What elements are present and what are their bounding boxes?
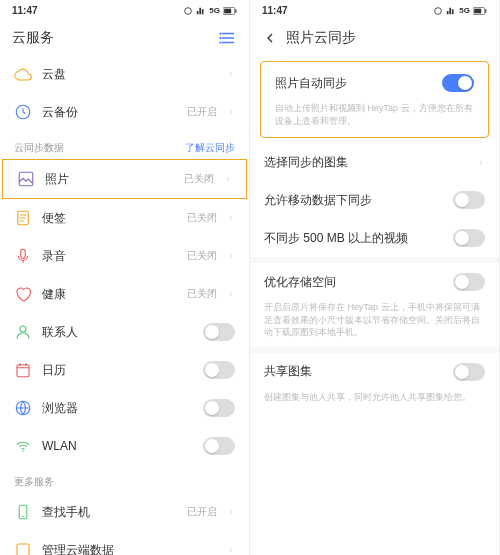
row-label: 云备份 — [42, 104, 177, 121]
row-label: 照片自动同步 — [275, 75, 432, 92]
backup-icon — [14, 103, 32, 121]
contacts-icon — [14, 323, 32, 341]
status-bar: 11:47 5G — [250, 0, 499, 21]
find-phone-icon — [14, 503, 32, 521]
svg-rect-17 — [17, 544, 29, 555]
row-label: 浏览器 — [42, 400, 193, 417]
row-photos[interactable]: 照片 已关闭 — [2, 159, 247, 199]
chevron-right-icon — [227, 252, 235, 260]
row-browser[interactable]: 浏览器 — [0, 389, 249, 427]
svg-point-18 — [435, 7, 442, 14]
chevron-right-icon — [224, 175, 232, 183]
row-auto-sync[interactable]: 照片自动同步 — [261, 64, 488, 102]
svg-point-16 — [22, 516, 24, 518]
row-label: 联系人 — [42, 324, 193, 341]
row-mobile-data[interactable]: 允许移动数据下同步 — [250, 181, 499, 219]
row-label: 录音 — [42, 248, 177, 265]
chevron-right-icon — [227, 508, 235, 516]
row-wlan[interactable]: WLAN — [0, 427, 249, 465]
heart-icon — [14, 285, 32, 303]
page-title: 云服务 — [12, 29, 211, 47]
row-select-albums[interactable]: 选择同步的图集 — [250, 144, 499, 181]
row-label: 管理云端数据 — [42, 542, 217, 556]
svg-rect-12 — [17, 365, 29, 377]
row-status: 已关闭 — [184, 172, 214, 186]
calendar-icon — [14, 361, 32, 379]
row-optimize[interactable]: 优化存储空间 — [250, 263, 499, 301]
toggle-skip-large[interactable] — [453, 229, 485, 247]
svg-point-14 — [22, 451, 24, 453]
photo-icon — [17, 170, 35, 188]
optimize-desc: 开启后原片将保存在 HeyTap 云上，手机中将保留可满足查看效果的小尺寸版本以… — [250, 301, 499, 347]
toggle-wlan[interactable] — [203, 437, 235, 455]
row-label: 不同步 500 MB 以上的视频 — [264, 230, 443, 247]
svg-rect-3 — [235, 9, 236, 13]
status-time: 11:47 — [262, 5, 288, 16]
toggle-browser[interactable] — [203, 399, 235, 417]
row-label: 共享图集 — [264, 363, 443, 380]
toggle-calendar[interactable] — [203, 361, 235, 379]
row-label: 允许移动数据下同步 — [264, 192, 443, 209]
row-contacts[interactable]: 联系人 — [0, 313, 249, 351]
row-label: 便签 — [42, 210, 177, 227]
toggle-optimize[interactable] — [453, 273, 485, 291]
back-icon[interactable] — [262, 30, 278, 46]
section-title: 更多服务 — [14, 475, 54, 489]
svg-point-11 — [20, 326, 26, 332]
toggle-mobile-data[interactable] — [453, 191, 485, 209]
row-status: 已开启 — [187, 505, 217, 519]
chevron-right-icon — [227, 546, 235, 554]
auto-sync-desc: 自动上传照片和视频到 HeyTap 云，方便您在所有设备上查看和管理。 — [261, 102, 488, 135]
chevron-right-icon — [227, 108, 235, 116]
share-desc: 创建图集与他人共享，同时允许他人共享图集给您。 — [250, 391, 499, 412]
chevron-right-icon — [227, 214, 235, 222]
row-label: 云盘 — [42, 66, 217, 83]
row-manage-cloud[interactable]: 管理云端数据 — [0, 531, 249, 555]
svg-point-4 — [219, 32, 221, 34]
svg-rect-10 — [21, 249, 26, 258]
row-cloud-backup[interactable]: 云备份 已开启 — [0, 93, 249, 131]
row-recordings[interactable]: 录音 已关闭 — [0, 237, 249, 275]
toggle-share[interactable] — [453, 363, 485, 381]
row-find-phone[interactable]: 查找手机 已开启 — [0, 493, 249, 531]
notes-icon — [14, 209, 32, 227]
row-cloud-disk[interactable]: 云盘 — [0, 55, 249, 93]
browser-icon — [14, 399, 32, 417]
row-calendar[interactable]: 日历 — [0, 351, 249, 389]
mic-icon — [14, 247, 32, 265]
row-skip-large[interactable]: 不同步 500 MB 以上的视频 — [250, 219, 499, 257]
toggle-auto-sync[interactable] — [442, 74, 474, 92]
svg-rect-21 — [485, 9, 486, 13]
row-share[interactable]: 共享图集 — [250, 353, 499, 391]
header: 照片云同步 — [250, 21, 499, 55]
row-label: 照片 — [45, 171, 174, 188]
list-icon[interactable] — [219, 29, 237, 47]
row-status: 已开启 — [187, 105, 217, 119]
row-label: 日历 — [42, 362, 193, 379]
svg-point-5 — [219, 37, 221, 39]
svg-rect-8 — [19, 172, 33, 186]
wifi-icon — [14, 437, 32, 455]
row-health[interactable]: 健康 已关闭 — [0, 275, 249, 313]
svg-rect-2 — [224, 8, 231, 13]
row-notes[interactable]: 便签 已关闭 — [0, 199, 249, 237]
svg-point-0 — [185, 7, 192, 14]
page-title: 照片云同步 — [286, 29, 487, 47]
svg-point-6 — [219, 41, 221, 43]
status-bar: 11:47 5G — [0, 0, 249, 21]
row-label: 查找手机 — [42, 504, 177, 521]
status-icons: 5G — [183, 6, 237, 16]
row-status: 已关闭 — [187, 249, 217, 263]
row-label: 优化存储空间 — [264, 274, 443, 291]
row-label: WLAN — [42, 439, 193, 453]
auto-sync-card: 照片自动同步 自动上传照片和视频到 HeyTap 云，方便您在所有设备上查看和管… — [260, 61, 489, 138]
section-header: 更多服务 — [0, 465, 249, 493]
header: 云服务 — [0, 21, 249, 55]
manage-icon — [14, 541, 32, 555]
svg-rect-20 — [474, 8, 481, 13]
row-status: 已关闭 — [187, 211, 217, 225]
learn-more-link[interactable]: 了解云同步 — [185, 141, 235, 155]
toggle-contacts[interactable] — [203, 323, 235, 341]
section-header: 云同步数据 了解云同步 — [0, 131, 249, 159]
chevron-right-icon — [227, 70, 235, 78]
